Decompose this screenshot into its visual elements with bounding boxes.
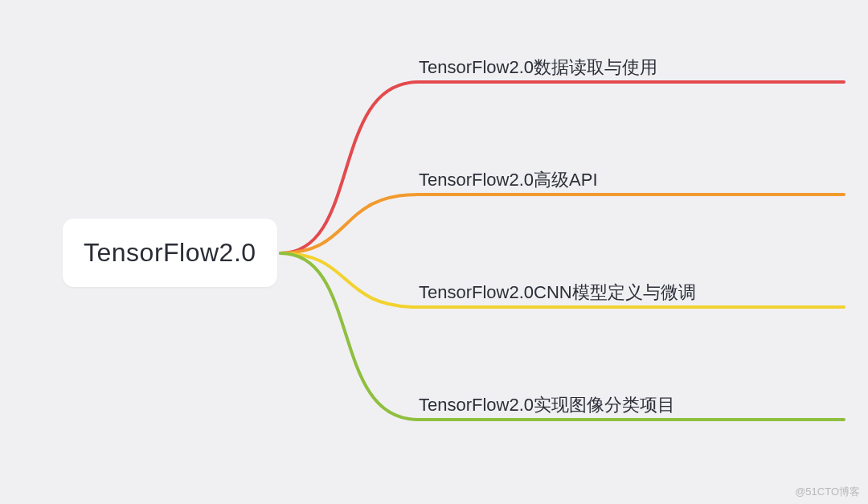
branch-node-2[interactable]: TensorFlow2.0高级API bbox=[419, 168, 598, 192]
watermark: @51CTO博客 bbox=[795, 485, 860, 499]
branch-node-3[interactable]: TensorFlow2.0CNN模型定义与微调 bbox=[419, 281, 696, 305]
root-label: TensorFlow2.0 bbox=[84, 238, 256, 268]
root-node[interactable]: TensorFlow2.0 bbox=[63, 219, 277, 287]
branch-node-1[interactable]: TensorFlow2.0数据读取与使用 bbox=[419, 55, 657, 80]
branch-node-4[interactable]: TensorFlow2.0实现图像分类项目 bbox=[419, 393, 675, 417]
